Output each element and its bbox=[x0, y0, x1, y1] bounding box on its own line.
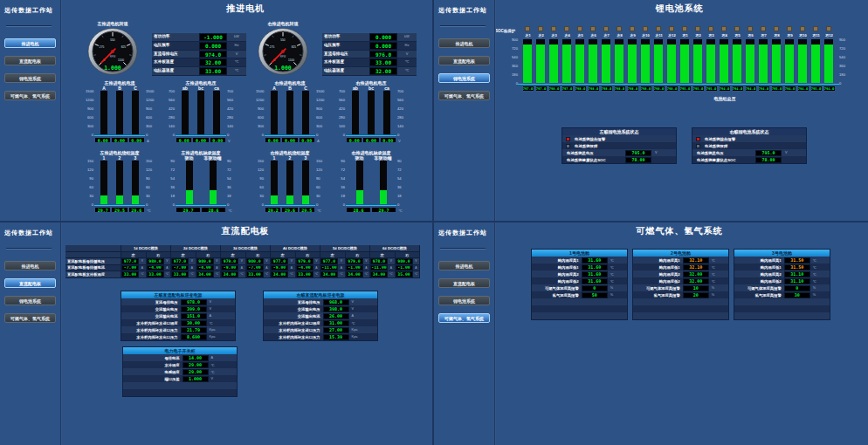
row-value: 31.10 bbox=[784, 278, 810, 284]
module-header-row: 1# DC/DC模块2# DC/DC模块3# DC/DC模块4# DC/DC模块… bbox=[65, 245, 420, 252]
battery-bar-fill bbox=[785, 44, 794, 83]
info-row: 有功功率0.000kW bbox=[322, 33, 417, 42]
chart-baseline bbox=[176, 135, 226, 137]
sidebar-main-divider bbox=[60, 222, 62, 445]
module-sub-header: 左 bbox=[121, 252, 147, 258]
module-sub-header: 右 bbox=[196, 252, 222, 258]
info-value: 0.000 bbox=[369, 42, 397, 50]
bar-fill bbox=[100, 195, 107, 204]
battery-value: 798.0 bbox=[614, 86, 626, 92]
unit-label: V bbox=[214, 258, 221, 264]
bar-value: 0.00 bbox=[94, 137, 111, 143]
sidebar-item-4[interactable]: 可燃气体、氢气系统 bbox=[438, 91, 490, 100]
row-value: 50 bbox=[582, 292, 608, 298]
sidebar-item-4[interactable]: 可燃气体、氢气系统 bbox=[4, 313, 56, 323]
unit-label: V bbox=[388, 258, 395, 264]
gauge-title: 右推进电机转速 bbox=[249, 21, 317, 26]
unit-label: ℃ bbox=[147, 209, 151, 213]
axis-tick-label: 0 bbox=[167, 133, 175, 137]
battery-bar-fill bbox=[615, 44, 623, 83]
bar-chart-group: 左推进电机绕组温度1231501501201209090606030300029… bbox=[86, 150, 154, 216]
axis-tick-label: 180 bbox=[839, 72, 850, 77]
module-value: -7.00 bbox=[246, 265, 264, 271]
module-value: 33.00 bbox=[171, 271, 189, 277]
axis-tick-label: 120 bbox=[316, 168, 325, 172]
sidebar-item-3[interactable]: 锂电池系统 bbox=[4, 73, 56, 83]
status-value: 795.0 bbox=[755, 150, 782, 156]
sidebar-item-2[interactable]: 直流配电板 bbox=[4, 278, 56, 288]
axis-tick-label: 0 bbox=[397, 202, 406, 207]
bar-value: 0.00 bbox=[111, 137, 127, 143]
sidebar-title-divider bbox=[440, 25, 486, 26]
sidebar-item-4[interactable]: 可燃气体、氢气系统 bbox=[438, 313, 490, 323]
sidebar-item-1[interactable]: 推进电机 bbox=[438, 261, 490, 270]
soc-indicator bbox=[669, 26, 674, 31]
bar-fill bbox=[302, 195, 309, 204]
chart-baseline bbox=[176, 205, 226, 207]
empty-row bbox=[633, 298, 728, 305]
panel-row: 电感温度29.00℃ bbox=[123, 368, 237, 375]
sidebar-item-3[interactable]: 锂电池系统 bbox=[4, 296, 56, 305]
sidebar-item-1[interactable]: 推进电机 bbox=[4, 38, 56, 48]
axis-tick-label: 540 bbox=[507, 55, 518, 59]
row-value: 30 bbox=[784, 292, 810, 298]
value-row: 0.000.000.00 bbox=[94, 137, 145, 143]
battery-bar bbox=[628, 39, 637, 83]
panel-battery-compartment-1: 1号电池舱舱内温度高131.60℃舱内温度低131.60℃舱内温度高231.60… bbox=[531, 249, 628, 320]
unit-label: V bbox=[228, 139, 231, 143]
unit-label: Kpa bbox=[207, 328, 235, 332]
bar bbox=[368, 91, 375, 134]
module-cell: 34.00℃ bbox=[320, 271, 346, 278]
battery-bar-fill bbox=[772, 44, 781, 83]
axis-tick-label: 1500 bbox=[146, 89, 155, 93]
panel-row: 水冷柜内循环水出口压力15.39Kpa bbox=[264, 333, 377, 340]
unit-label: ℃ bbox=[363, 271, 370, 277]
info-label: 直流母排电压 bbox=[152, 51, 199, 58]
row-value: 0 bbox=[784, 285, 810, 291]
unit-label: A bbox=[147, 139, 149, 143]
unit-label: A bbox=[317, 139, 320, 143]
battery-bar-fill bbox=[720, 44, 728, 83]
bar-chart-group: 左推进电机电流ABC150015001200120090090060060030… bbox=[86, 80, 154, 147]
panel-battery-compartment-2: 2号电池舱舱内温度高132.10℃舱内温度低132.10℃舱内温度高232.00… bbox=[632, 249, 729, 320]
axis-tick-label: 720 bbox=[507, 46, 518, 51]
unit-label: ℃ bbox=[338, 271, 345, 277]
sidebar-item-2[interactable]: 直流配电板 bbox=[4, 56, 56, 65]
sidebar-item-3[interactable]: 锂电池系统 bbox=[438, 296, 490, 305]
row-value: 15.39 bbox=[323, 334, 349, 340]
unit-label: V bbox=[313, 258, 320, 264]
rpm-gauge: 02755508251100 RPM 1.000 bbox=[258, 28, 308, 77]
panel-row: 交流输出电压399.0V bbox=[121, 305, 235, 312]
value-row: 29.729.529.6 bbox=[94, 207, 145, 213]
axis-tick-label: 90 bbox=[256, 176, 264, 181]
row-label: 水冷柜内循环水出口压力 bbox=[121, 335, 181, 339]
axis-tick-label: 1500 bbox=[316, 89, 325, 93]
module-cell: 980.0V bbox=[246, 258, 272, 265]
battery-bar bbox=[536, 39, 545, 83]
bar-fill bbox=[380, 190, 387, 205]
panel-row: 水冷柜内循环水出口压力8.690Kpa bbox=[121, 333, 235, 340]
unit-label: A bbox=[338, 265, 345, 271]
unit-label: ℃ bbox=[709, 265, 728, 270]
panel-title: 3号电池舱 bbox=[734, 250, 830, 257]
battery-bar-fill bbox=[811, 44, 820, 83]
battery-bar-fill bbox=[523, 44, 532, 83]
row-label: 舱内温度高2 bbox=[734, 272, 784, 277]
unit-label: Kpa bbox=[207, 335, 235, 339]
axis-tick-label: 0 bbox=[86, 133, 93, 137]
sidebar-item-4[interactable]: 可燃气体、氢气系统 bbox=[4, 91, 56, 100]
sidebar-title-divider bbox=[440, 248, 486, 249]
sidebar-item-2[interactable]: 直流配电板 bbox=[438, 278, 490, 288]
battery-bar bbox=[693, 39, 702, 83]
sidebar-item-3[interactable]: 锂电池系统 bbox=[438, 73, 490, 83]
sidebar-item-1[interactable]: 推进电机 bbox=[4, 261, 56, 270]
bar-value: 0.00 bbox=[265, 137, 281, 143]
battery-value: 795.0 bbox=[692, 86, 705, 92]
unit-label: ℃ bbox=[608, 265, 627, 270]
row-label: 水冷柜内循环水进口压力 bbox=[121, 328, 181, 332]
module-value: 978.0 bbox=[370, 258, 388, 264]
panel-row: 端口压差1.000V bbox=[123, 375, 237, 382]
sidebar-item-2[interactable]: 直流配电板 bbox=[438, 56, 490, 65]
axis-tick-label: 700 bbox=[227, 89, 236, 93]
sidebar-item-1[interactable]: 推进电机 bbox=[438, 38, 490, 48]
